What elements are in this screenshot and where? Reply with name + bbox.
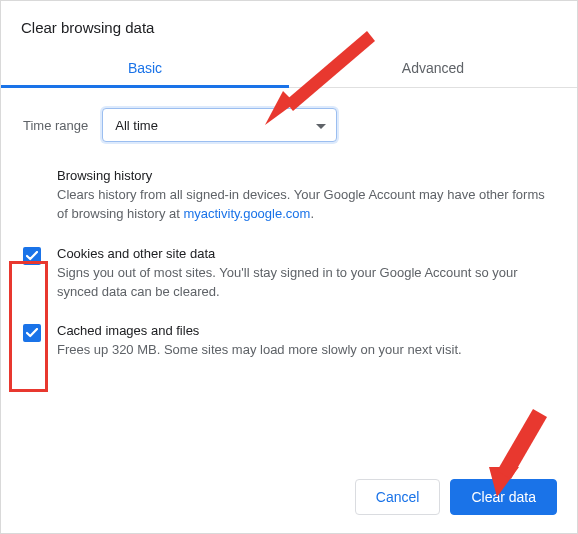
option-description: Frees up 320 MB. Some sites may load mor… xyxy=(57,341,555,360)
cancel-button[interactable]: Cancel xyxy=(355,479,441,515)
option-title: Cached images and files xyxy=(57,323,555,338)
tab-label: Advanced xyxy=(402,60,464,76)
option-description: Signs you out of most sites. You'll stay… xyxy=(57,264,555,302)
tabs: Basic Advanced xyxy=(1,50,577,88)
options-list: Browsing history Clears history from all… xyxy=(23,168,555,360)
option-cache: Cached images and files Frees up 320 MB.… xyxy=(23,323,555,360)
chevron-down-icon xyxy=(316,118,326,133)
tab-label: Basic xyxy=(128,60,162,76)
option-description: Clears history from all signed-in device… xyxy=(57,186,555,224)
dialog-title: Clear browsing data xyxy=(1,1,577,50)
time-range-value: All time xyxy=(115,118,158,133)
checkbox-cookies[interactable] xyxy=(23,247,41,265)
svg-marker-3 xyxy=(497,409,547,479)
option-browsing-history: Browsing history Clears history from all… xyxy=(23,168,555,224)
tab-basic[interactable]: Basic xyxy=(1,50,289,87)
option-title: Browsing history xyxy=(57,168,555,183)
dialog-body: Time range All time Browsing history Cle… xyxy=(1,88,577,360)
clear-browsing-data-dialog: Clear browsing data Basic Advanced Time … xyxy=(1,1,577,533)
dialog-footer: Cancel Clear data xyxy=(355,479,557,515)
option-cookies: Cookies and other site data Signs you ou… xyxy=(23,246,555,302)
tab-advanced[interactable]: Advanced xyxy=(289,50,577,87)
time-range-select[interactable]: All time xyxy=(102,108,337,142)
clear-data-button[interactable]: Clear data xyxy=(450,479,557,515)
myactivity-link[interactable]: myactivity.google.com xyxy=(183,206,310,221)
time-range-row: Time range All time xyxy=(23,108,555,142)
option-title: Cookies and other site data xyxy=(57,246,555,261)
time-range-label: Time range xyxy=(23,118,88,133)
checkbox-cache[interactable] xyxy=(23,324,41,342)
